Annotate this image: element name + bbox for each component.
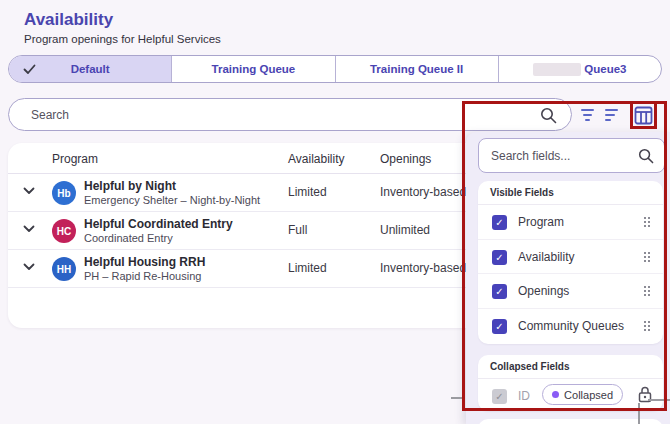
program-name: Helpful Coordinated Entry: [84, 217, 233, 231]
availability-value: Limited: [288, 185, 327, 199]
field-label: Program: [518, 215, 564, 229]
column-header-program: Program: [52, 152, 98, 166]
fields-search-input[interactable]: [491, 139, 631, 172]
program-type: Coordinated Entry: [84, 232, 173, 244]
visible-fields-heading: Visible Fields: [478, 181, 663, 205]
collapsed-badge: Collapsed: [542, 384, 623, 405]
tab-queue3[interactable]: Queue3: [498, 56, 661, 82]
column-fields-panel: Visible Fields ✓ Program ✓ Availability …: [466, 132, 670, 424]
checkbox-checked[interactable]: ✓: [492, 319, 507, 334]
availability-value: Limited: [288, 261, 327, 275]
search-icon: [638, 148, 654, 164]
avatar: Hb: [52, 181, 76, 205]
tab-training-queue-2[interactable]: Training Queue II: [335, 56, 498, 82]
page-subtitle: Program openings for Helpful Services: [24, 33, 221, 45]
drag-handle-icon[interactable]: [643, 216, 651, 228]
search-icon: [540, 107, 557, 124]
tab-training-queue[interactable]: Training Queue: [171, 56, 334, 82]
queue-tabbar: Default Training Queue Training Queue II…: [8, 55, 662, 83]
field-item-availability: ✓ Availability: [478, 240, 663, 275]
chevron-down-icon[interactable]: [23, 263, 39, 275]
page-title: Availability: [24, 10, 113, 30]
field-label: Community Queues: [518, 319, 624, 333]
tab-label: Training Queue II: [370, 63, 463, 75]
program-name: Helpful by Night: [84, 179, 176, 193]
field-label: ID: [518, 389, 530, 403]
sort-icon[interactable]: [605, 106, 623, 124]
drag-handle-icon[interactable]: [643, 251, 651, 263]
search-bar: [8, 98, 572, 131]
drag-handle-icon[interactable]: [643, 285, 651, 297]
availability-value: Full: [288, 223, 307, 237]
program-type: Emergency Shelter – Night-by-Night: [84, 194, 260, 206]
search-input[interactable]: [31, 99, 531, 130]
fields-search-bar: [478, 138, 665, 173]
field-label: Openings: [518, 284, 569, 298]
collapsed-fields-heading: Collapsed Fields: [478, 355, 663, 379]
checkbox-checked[interactable]: ✓: [492, 250, 507, 265]
field-label: Availability: [518, 250, 574, 264]
openings-value: Inventory-based: [380, 185, 466, 199]
badge-label: Collapsed: [564, 389, 613, 401]
chevron-down-icon[interactable]: [23, 225, 39, 237]
openings-value: Inventory-based: [380, 261, 466, 275]
tab-label: Default: [71, 63, 110, 75]
field-item-program: ✓ Program: [478, 205, 663, 240]
avatar: HC: [52, 219, 76, 243]
table-columns-icon[interactable]: [634, 106, 653, 125]
collapsed-fields-section: Collapsed Fields ✓ ID Collapsed: [478, 355, 663, 411]
chevron-down-icon[interactable]: [23, 187, 39, 199]
field-item-id: ✓ ID Collapsed: [478, 379, 663, 411]
avatar: HH: [52, 257, 76, 281]
column-header-openings: Openings: [380, 152, 431, 166]
tab-default[interactable]: Default: [9, 56, 171, 82]
badge-dot-icon: [552, 391, 559, 398]
checkbox-checked[interactable]: ✓: [492, 284, 507, 299]
field-item-community-queues: ✓ Community Queues: [478, 309, 663, 344]
guide-line: [638, 403, 640, 424]
checkbox-disabled: ✓: [492, 389, 507, 404]
openings-value: Unlimited: [380, 223, 430, 237]
checkbox-checked[interactable]: ✓: [492, 215, 507, 230]
field-item-openings: ✓ Openings: [478, 274, 663, 309]
program-name: Helpful Housing RRH: [84, 255, 205, 269]
tab-label: Queue3: [584, 63, 626, 75]
filter-icon[interactable]: [578, 106, 596, 124]
checkmark-icon: [23, 64, 36, 75]
tab-label: Training Queue: [212, 63, 296, 75]
program-type: PH – Rapid Re-Housing: [84, 270, 201, 282]
redacted-text-block: [533, 63, 581, 76]
column-header-availability: Availability: [288, 152, 344, 166]
guide-line: [451, 397, 462, 399]
guide-line: [648, 399, 670, 401]
drag-handle-icon[interactable]: [643, 320, 651, 332]
visible-fields-section: Visible Fields ✓ Program ✓ Availability …: [478, 181, 663, 344]
next-section-card: [478, 419, 663, 424]
